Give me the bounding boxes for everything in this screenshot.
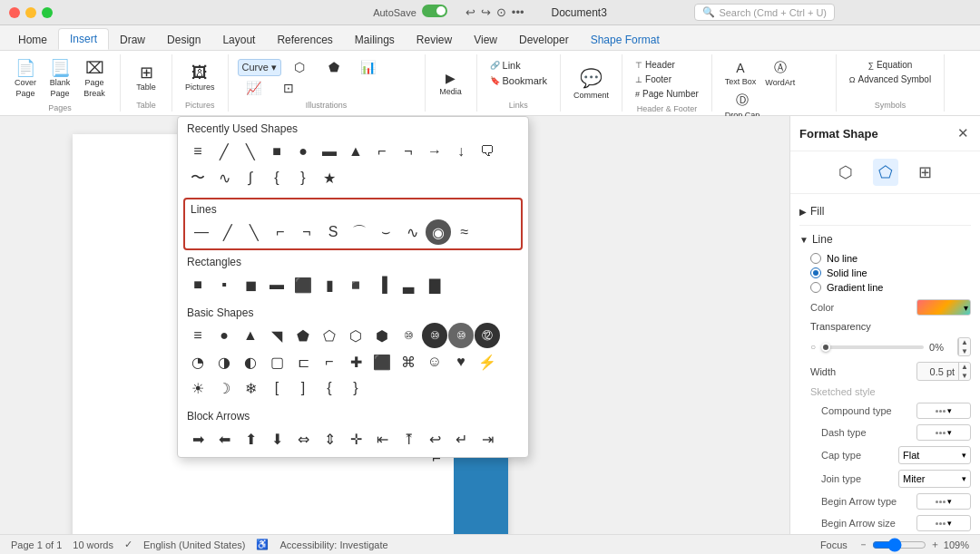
basic-rtriangle[interactable]: ◥ xyxy=(264,323,289,348)
arrow-split-v[interactable]: ⤒ xyxy=(396,426,421,452)
shape-insert-button[interactable]: ⬡ xyxy=(283,58,316,76)
shape-rect2[interactable]: ▬ xyxy=(317,139,342,164)
shape-corner[interactable]: ⌐ xyxy=(369,139,395,164)
rect-7[interactable]: ◾ xyxy=(343,272,368,297)
shape-text[interactable]: ≡ xyxy=(185,139,211,164)
media-button[interactable]: ▶ Media xyxy=(435,69,467,98)
shape-callout[interactable]: 🗨 xyxy=(475,139,500,164)
shape-circle[interactable]: ● xyxy=(290,139,316,164)
table-button[interactable]: ⊞ Table xyxy=(130,63,162,93)
tab-insert[interactable]: Insert xyxy=(58,28,109,50)
language-indicator[interactable]: English (United States) xyxy=(143,539,246,550)
width-down[interactable]: ▼ xyxy=(959,372,970,381)
basic-bracket[interactable]: ⊏ xyxy=(290,349,316,374)
arrow-vert-block[interactable]: ⇕ xyxy=(317,426,342,452)
width-spinner[interactable]: ▲ ▼ xyxy=(958,363,970,380)
solid-line-option[interactable]: Solid line xyxy=(810,267,971,278)
arrow-4-way[interactable]: ✛ xyxy=(343,426,368,452)
accessibility-label[interactable]: Accessibility: Investigate xyxy=(279,539,387,550)
arrow-corner[interactable]: ↵ xyxy=(448,426,474,452)
3d-button[interactable]: ⬟ xyxy=(318,58,350,76)
line-straight[interactable]: — xyxy=(189,219,214,245)
shape-brace-left[interactable]: { xyxy=(264,165,289,190)
page-break-button[interactable]: ⌧ Page Break xyxy=(78,58,111,100)
rect-10[interactable]: ▇ xyxy=(422,272,447,297)
window-controls[interactable] xyxy=(9,7,53,18)
shape-triangle[interactable]: ▲ xyxy=(343,139,368,164)
line-wave1[interactable]: ∿ xyxy=(399,219,425,245)
rect-9[interactable]: ▃ xyxy=(396,272,421,297)
autosave-toggle[interactable] xyxy=(422,5,447,17)
screenshot-button[interactable]: ⊡ xyxy=(272,79,305,97)
transparency-down[interactable]: ▼ xyxy=(959,347,970,356)
arrow-split-h[interactable]: ⇤ xyxy=(369,426,395,452)
basic-halfcircle[interactable]: ◑ xyxy=(211,349,237,374)
basic-circle[interactable]: ● xyxy=(211,323,237,348)
basic-cross[interactable]: ✚ xyxy=(343,349,368,374)
line-diagonal2[interactable]: ╲ xyxy=(241,219,267,245)
shape-brace-right[interactable]: } xyxy=(290,165,316,190)
page-number-button[interactable]: # Page Number xyxy=(632,87,702,101)
arrow-turn[interactable]: ↩ xyxy=(422,426,447,452)
color-picker-button[interactable]: ▾ xyxy=(916,299,971,316)
shape-wave[interactable]: ∿ xyxy=(211,165,237,190)
basic-circle-10b[interactable]: ⑩ xyxy=(422,323,447,348)
document-area[interactable]: TIONS Recently Used Shapes ≡ ╱ ╲ ■ ● ▬ ▲… xyxy=(0,116,789,534)
textbox-button[interactable]: A Text Box xyxy=(721,59,760,88)
no-line-option[interactable]: No line xyxy=(810,253,971,264)
basic-l-shape[interactable]: ⌐ xyxy=(317,349,342,374)
tab-draw[interactable]: Draw xyxy=(109,30,156,50)
begin-arrow-size-btn[interactable]: ▾ xyxy=(916,515,971,531)
transparency-input-spinner[interactable]: ▲ ▼ xyxy=(957,337,971,356)
rect-2[interactable]: ▪ xyxy=(211,272,237,297)
line-corner2[interactable]: ¬ xyxy=(294,219,319,245)
gradient-line-radio[interactable] xyxy=(810,282,821,293)
transparency-up[interactable]: ▲ xyxy=(959,338,970,347)
blank-page-button[interactable]: 📃 Blank Page xyxy=(44,58,76,100)
smartart-button[interactable]: 📊 xyxy=(352,58,385,76)
line-arc2[interactable]: ⌣ xyxy=(373,219,398,245)
bookmark-button[interactable]: 🔖 Bookmark xyxy=(486,73,552,88)
basic-hepta[interactable]: ⬢ xyxy=(369,323,395,348)
redo-icon[interactable]: ↪ xyxy=(481,5,491,19)
basic-trap[interactable]: ⬟ xyxy=(290,323,316,348)
chart-button[interactable]: 📈 xyxy=(238,79,270,97)
basic-brace2[interactable]: } xyxy=(343,375,368,401)
header-button[interactable]: ⊤ Header xyxy=(632,58,679,72)
basic-bracket2[interactable]: [ xyxy=(264,375,289,401)
focus-label[interactable]: Focus xyxy=(820,539,848,550)
tab-mailings[interactable]: Mailings xyxy=(344,30,406,50)
search-bar[interactable]: 🔍 Search (Cmd + Ctrl + U) xyxy=(694,4,835,21)
rect-4[interactable]: ▬ xyxy=(264,272,289,297)
shapes-button[interactable]: Curve ▾ xyxy=(238,59,281,76)
comment-ribbon-button[interactable]: 💬 Comment xyxy=(570,65,612,102)
join-type-select[interactable]: Miter ▾ xyxy=(898,470,971,488)
shape-star[interactable]: ★ xyxy=(317,165,342,190)
arrow-up-block[interactable]: ⬆ xyxy=(238,426,263,452)
basic-frame[interactable]: ▢ xyxy=(264,349,289,374)
compound-type-btn[interactable]: ▾ xyxy=(916,403,971,419)
zoom-in-icon[interactable]: ＋ xyxy=(930,538,940,551)
tab-view[interactable]: View xyxy=(463,30,508,50)
basic-pie[interactable]: ◔ xyxy=(185,349,211,374)
basic-cyl[interactable]: ⌘ xyxy=(396,349,421,374)
gradient-line-option[interactable]: Gradient line xyxy=(810,282,971,293)
tab-review[interactable]: Review xyxy=(406,30,463,50)
tab-developer[interactable]: Developer xyxy=(508,30,580,50)
width-up[interactable]: ▲ xyxy=(959,363,970,372)
shape-rect-filled[interactable]: ■ xyxy=(264,139,289,164)
undo-icon[interactable]: ↩ xyxy=(466,5,475,19)
transparency-slider[interactable] xyxy=(821,345,924,349)
line-s-curve[interactable]: S xyxy=(320,219,346,245)
rect-8[interactable]: ▐ xyxy=(369,272,395,297)
no-line-radio[interactable] xyxy=(810,253,821,264)
solid-line-radio[interactable] xyxy=(810,267,821,278)
basic-sun[interactable]: ☀ xyxy=(185,375,211,401)
cover-page-button[interactable]: 📄 Cover Page xyxy=(9,58,42,100)
width-input[interactable]: 0.5 pt ▲ ▼ xyxy=(916,362,971,381)
basic-circle-10[interactable]: ⑩ xyxy=(396,323,421,348)
more-icon[interactable]: ••• xyxy=(512,5,524,19)
basic-snowflake[interactable]: ❄ xyxy=(238,375,263,401)
rect-6[interactable]: ▮ xyxy=(317,272,342,297)
minimize-button[interactable] xyxy=(25,7,36,18)
